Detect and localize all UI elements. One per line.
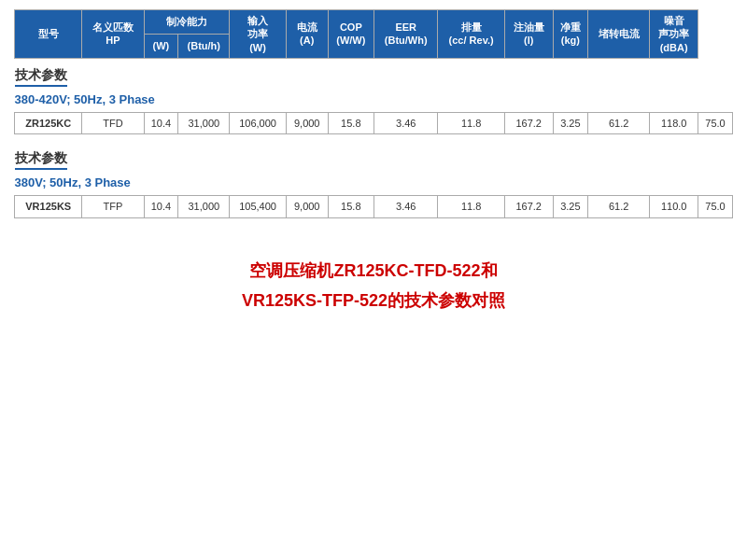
s1-locked-rotor: 118.0 bbox=[650, 112, 698, 133]
section2-voltage-row: 380V; 50Hz, 3 Phase bbox=[15, 174, 733, 195]
s2-oil: 3.25 bbox=[553, 196, 588, 217]
header-noise: 噪音声功率(dBA) bbox=[650, 10, 698, 59]
header-eer: EER(Btu/Wh) bbox=[374, 10, 438, 59]
s1-eer: 11.8 bbox=[438, 112, 504, 133]
header-weight: 净重(kg) bbox=[553, 10, 588, 59]
section2-header-row: 技术参数 bbox=[15, 142, 733, 174]
s2-model: VR125KS bbox=[15, 196, 82, 217]
header-locked-rotor: 堵转电流 bbox=[588, 10, 650, 59]
s2-cooling-btu: 105,400 bbox=[230, 196, 287, 217]
s1-noise: 75.0 bbox=[698, 112, 733, 133]
section1-title: 技术参数 bbox=[15, 66, 67, 87]
s1-type: TFD bbox=[82, 112, 144, 133]
section2-voltage: 380V; 50Hz, 3 Phase bbox=[15, 172, 131, 193]
header-model: 型号 bbox=[15, 10, 82, 59]
s2-eer: 11.8 bbox=[438, 196, 504, 217]
s2-type: TFP bbox=[82, 196, 144, 217]
s1-weight: 61.2 bbox=[588, 112, 650, 133]
s2-displacement: 167.2 bbox=[504, 196, 553, 217]
s2-hp: 10.4 bbox=[144, 196, 178, 217]
s2-noise: 75.0 bbox=[698, 196, 733, 217]
s1-hp: 10.4 bbox=[144, 112, 178, 133]
caption-text: 空调压缩机ZR125KC-TFD-522和 VR125KS-TFP-522的技术… bbox=[14, 256, 733, 316]
caption-line2: VR125KS-TFP-522的技术参数对照 bbox=[14, 286, 733, 315]
section2-title: 技术参数 bbox=[15, 149, 67, 170]
section1-voltage-row: 380-420V; 50Hz, 3 Phase bbox=[15, 91, 733, 112]
s1-input-power: 9,000 bbox=[286, 112, 328, 133]
header-cop: COP(W/W) bbox=[328, 10, 374, 59]
header-oil: 注油量(l) bbox=[504, 10, 553, 59]
header-hp: 名义匹数HP bbox=[82, 10, 144, 59]
header-current: 电流(A) bbox=[286, 10, 328, 59]
s1-model: ZR125KC bbox=[15, 112, 82, 133]
s2-cop: 3.46 bbox=[374, 196, 438, 217]
s1-cooling-w: 31,000 bbox=[178, 112, 230, 133]
s1-cop: 3.46 bbox=[374, 112, 438, 133]
section1-voltage: 380-420V; 50Hz, 3 Phase bbox=[15, 89, 155, 110]
specs-table: 型号 名义匹数HP 制冷能力 输入功率(W) 电流(A) COP(W/W) EE… bbox=[14, 9, 733, 218]
s1-displacement: 167.2 bbox=[504, 112, 553, 133]
s1-current: 15.8 bbox=[328, 112, 374, 133]
s2-weight: 61.2 bbox=[588, 196, 650, 217]
spacer-row bbox=[15, 134, 733, 143]
header-cooling-btu: (Btu/h) bbox=[178, 34, 230, 58]
header-cooling: 制冷能力 bbox=[144, 10, 230, 35]
s2-input-power: 9,000 bbox=[286, 196, 328, 217]
section1-header-row: 技术参数 bbox=[15, 58, 733, 91]
header-input-power: 输入功率(W) bbox=[230, 10, 287, 59]
s2-current: 15.8 bbox=[328, 196, 374, 217]
header-cooling-w: (W) bbox=[144, 34, 178, 58]
header-displacement: 排量(cc/ Rev.) bbox=[438, 10, 504, 59]
s2-cooling-w: 31,000 bbox=[178, 196, 230, 217]
caption-line1: 空调压缩机ZR125KC-TFD-522和 bbox=[14, 256, 733, 286]
section2-data-row: VR125KS TFP 10.4 31,000 105,400 9,000 15… bbox=[15, 196, 733, 217]
s1-oil: 3.25 bbox=[553, 112, 588, 133]
s2-locked-rotor: 110.0 bbox=[650, 196, 698, 217]
section1-data-row: ZR125KC TFD 10.4 31,000 106,000 9,000 15… bbox=[15, 112, 733, 133]
s1-cooling-btu: 106,000 bbox=[230, 112, 287, 133]
